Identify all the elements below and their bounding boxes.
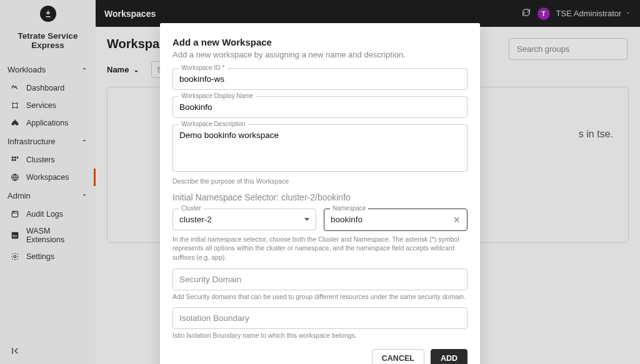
security-domain-helper: Add Security domains that can be used to… — [172, 292, 468, 302]
add-workspace-modal: Add a new Workspace Add a new workspace … — [160, 23, 480, 364]
namespace-selector-heading: Initial Namespace Selector: cluster-2/bo… — [172, 192, 468, 202]
cluster-select[interactable]: cluster-2 — [172, 209, 316, 230]
chevron-down-icon — [304, 218, 309, 221]
description-helper: Describe the purpose of this Workspace — [172, 177, 468, 186]
clear-namespace-icon[interactable]: ✕ — [453, 215, 461, 225]
description-textarea[interactable] — [172, 124, 468, 172]
description-label: Workspace Description — [179, 121, 248, 127]
modal-subtitle: Add a new workspace by assigning a new n… — [172, 50, 468, 59]
workspace-id-label: Workspace ID * — [179, 64, 227, 71]
isolation-helper: Istio Isolation Boundary name to which t… — [172, 331, 468, 340]
namespace-helper: In the initial namespace selector, choos… — [172, 235, 468, 262]
workspace-id-input[interactable] — [172, 68, 468, 90]
namespace-label: Namespace — [330, 205, 368, 212]
security-domain-input[interactable] — [172, 268, 468, 290]
namespace-input[interactable]: bookinfo ✕ — [324, 209, 468, 231]
cancel-button[interactable]: CANCEL — [372, 349, 424, 364]
modal-title: Add a new Workspace — [172, 37, 468, 47]
cluster-label: Cluster — [179, 205, 204, 212]
display-name-label: Workspace Display Name — [179, 92, 256, 99]
display-name-input[interactable] — [172, 96, 468, 118]
add-button[interactable]: ADD — [431, 349, 468, 364]
isolation-boundary-input[interactable] — [172, 307, 468, 329]
